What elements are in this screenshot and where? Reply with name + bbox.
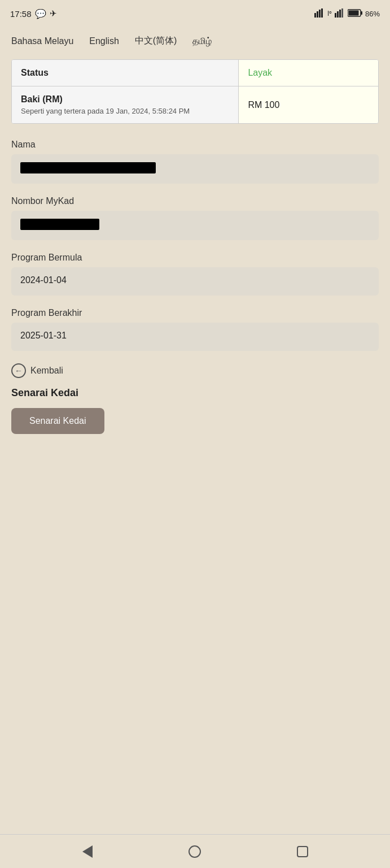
baki-value: RM 100: [248, 100, 279, 110]
svg-rect-2: [319, 10, 321, 18]
time: 17:58: [10, 9, 32, 19]
content-area: Nama Nombor MyKad Program Bermula 2024-0…: [0, 134, 390, 834]
nama-value: [11, 154, 379, 184]
nama-redacted: [20, 162, 156, 173]
status-row: Status Layak: [12, 60, 378, 86]
svg-rect-9: [361, 11, 362, 15]
program-bermula-value: 2024-01-04: [11, 267, 379, 296]
nav-back-button[interactable]: [75, 839, 100, 864]
baki-row: Baki (RM) Seperti yang tertera pada 19 J…: [12, 86, 378, 123]
signal3-icon: [335, 8, 345, 19]
mykad-value: [11, 211, 379, 240]
signal2-icon: lᵒ: [327, 10, 332, 18]
program-berakhir-label: Program Berakhir: [11, 308, 379, 318]
status-bar: 17:58 💬 ✈ lᵒ 86%: [0, 0, 390, 25]
program-bermula-field-group: Program Bermula 2024-01-04: [11, 253, 379, 296]
recent-square-icon: [297, 846, 308, 857]
program-bermula-label: Program Bermula: [11, 253, 379, 263]
baki-value-cell: RM 100: [239, 86, 378, 123]
status-bar-right: lᵒ 86%: [314, 8, 380, 19]
program-berakhir-field-group: Program Berakhir 2025-01-31: [11, 308, 379, 351]
back-nav[interactable]: ← Kembali: [11, 363, 379, 378]
status-label-cell: Status: [12, 60, 239, 86]
battery-icon: [348, 9, 362, 19]
svg-rect-4: [335, 13, 336, 18]
lang-tamil[interactable]: தமிழ்: [192, 34, 212, 49]
lang-english[interactable]: English: [89, 34, 119, 49]
nav-recent-button[interactable]: [290, 839, 315, 864]
send-icon: ✈: [50, 8, 57, 19]
language-bar: Bahasa Melayu English 中文(简体) தமிழ்: [0, 25, 390, 54]
section-title: Senarai Kedai: [11, 387, 379, 399]
signal-icon: [314, 8, 325, 19]
svg-rect-10: [348, 10, 358, 15]
mykad-redacted: [20, 219, 99, 230]
baki-main-label: Baki (RM): [21, 94, 229, 105]
back-icon: ←: [11, 363, 26, 378]
battery-percent: 86%: [365, 10, 380, 18]
mykad-label: Nombor MyKad: [11, 196, 379, 206]
program-berakhir-value: 2025-01-31: [11, 323, 379, 351]
info-table: Status Layak Baki (RM) Seperti yang tert…: [11, 59, 379, 124]
svg-rect-6: [339, 10, 341, 18]
whatsapp-icon: 💬: [35, 8, 46, 19]
home-circle-icon: [189, 845, 201, 858]
svg-rect-5: [337, 11, 339, 18]
baki-label-cell: Baki (RM) Seperti yang tertera pada 19 J…: [12, 86, 239, 123]
baki-sub-label: Seperti yang tertera pada 19 Jan, 2024, …: [21, 107, 229, 115]
status-label: Status: [21, 68, 49, 77]
senarai-kedai-button[interactable]: Senarai Kedai: [11, 408, 104, 434]
lang-chinese[interactable]: 中文(简体): [135, 33, 177, 49]
back-triangle-icon: [82, 845, 93, 858]
svg-rect-7: [341, 8, 343, 18]
nama-label: Nama: [11, 140, 379, 150]
back-label: Kembali: [30, 366, 63, 376]
mykad-field-group: Nombor MyKad: [11, 196, 379, 240]
svg-rect-1: [317, 11, 318, 18]
nav-home-button[interactable]: [182, 839, 207, 864]
bottom-nav: [0, 834, 390, 868]
status-bar-left: 17:58 💬 ✈: [10, 8, 57, 19]
status-value: Layak: [248, 68, 272, 78]
nama-field-group: Nama: [11, 140, 379, 184]
svg-rect-3: [321, 8, 323, 18]
lang-bahasa[interactable]: Bahasa Melayu: [11, 34, 73, 49]
svg-rect-0: [314, 13, 316, 18]
status-value-cell: Layak: [239, 60, 378, 86]
